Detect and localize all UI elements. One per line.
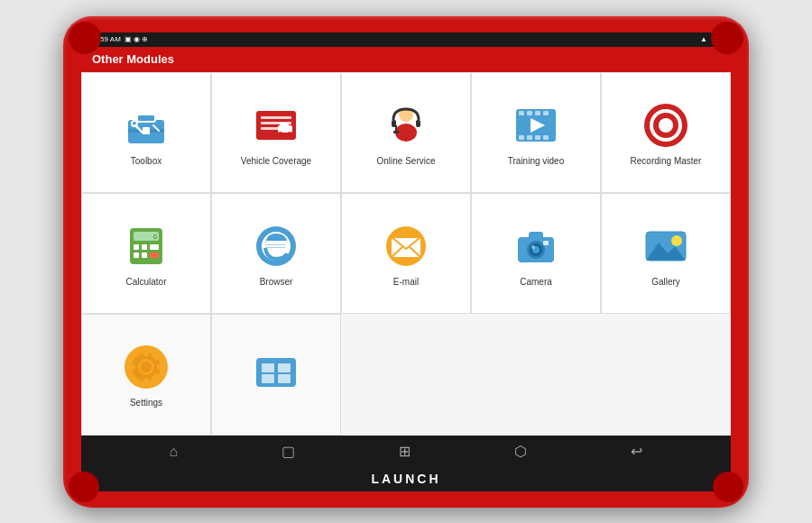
svg-rect-22 <box>519 111 524 115</box>
extra-app-icon <box>253 349 300 396</box>
svg-text:0: 0 <box>153 234 157 240</box>
svg-point-62 <box>671 235 682 246</box>
tablet-device: 10:59 AM ▣ ◉ ⊕ ▲ ▾ ▮ Other Modules <box>63 16 749 508</box>
svg-rect-77 <box>262 363 274 372</box>
svg-point-13 <box>279 132 282 135</box>
svg-point-75 <box>141 362 152 372</box>
online-service-icon <box>383 102 429 149</box>
nav-back-icon[interactable]: ↩ <box>631 443 642 460</box>
app-item-vehicle-coverage[interactable]: Vehicle Coverage <box>211 72 341 193</box>
svg-rect-42 <box>150 252 159 258</box>
status-time: 10:59 AM <box>90 35 121 43</box>
svg-rect-40 <box>134 252 139 258</box>
gallery-icon <box>642 223 689 270</box>
svg-rect-28 <box>535 135 540 140</box>
status-bar: 10:59 AM ▣ ◉ ⊕ ▲ ▾ ▮ <box>81 32 731 47</box>
browser-icon <box>253 223 300 270</box>
svg-rect-27 <box>527 135 532 140</box>
status-left: 10:59 AM ▣ ◉ ⊕ <box>90 35 148 43</box>
toolbox-label: Toolbox <box>131 156 161 167</box>
browser-label: Browser <box>260 277 293 288</box>
recording-master-label: Recording Master <box>631 156 702 167</box>
app-item-camera[interactable]: Camera <box>471 193 601 314</box>
screen-content: Other Modules <box>81 47 731 436</box>
app-item-online-service[interactable]: Online Service <box>341 72 471 193</box>
svg-rect-1 <box>137 115 155 122</box>
svg-point-58 <box>531 245 535 249</box>
training-video-label: Training video <box>508 156 564 167</box>
app-item-email[interactable]: E-mail <box>341 193 471 314</box>
signal-icon: ▲ <box>700 35 707 43</box>
app-item-training-video[interactable]: Training video <box>471 72 601 193</box>
email-icon <box>383 223 429 270</box>
status-icons: ▣ ◉ ⊕ <box>125 35 148 43</box>
corner-bumper-br <box>713 472 743 502</box>
nav-share-icon[interactable]: ⊞ <box>399 443 411 460</box>
app-item-settings[interactable]: Settings <box>81 314 211 435</box>
svg-rect-66 <box>143 347 149 356</box>
svg-rect-8 <box>261 116 291 119</box>
settings-label: Settings <box>130 398 162 408</box>
online-service-label: Online Service <box>376 156 435 167</box>
nav-image-icon[interactable]: ⬡ <box>514 443 527 460</box>
calculator-label: Calculator <box>125 277 166 288</box>
svg-rect-26 <box>519 135 524 140</box>
toolbox-icon <box>123 102 170 149</box>
svg-rect-80 <box>278 374 291 383</box>
svg-rect-10 <box>261 127 279 130</box>
svg-rect-67 <box>143 378 149 387</box>
battery-icon: ▮ <box>718 35 722 43</box>
app-item-extra[interactable] <box>211 314 341 435</box>
svg-rect-41 <box>142 252 147 258</box>
status-right: ▲ ▾ ▮ <box>700 35 722 43</box>
email-label: E-mail <box>393 277 419 288</box>
svg-rect-37 <box>134 244 139 250</box>
app-item-browser[interactable]: Browser <box>211 193 341 314</box>
training-video-icon <box>512 102 559 149</box>
svg-rect-68 <box>126 364 135 370</box>
settings-icon <box>123 344 170 390</box>
svg-rect-69 <box>157 364 166 370</box>
brand-label: LAUNCH <box>81 468 731 491</box>
header-title: Other Modules <box>92 52 174 66</box>
svg-rect-24 <box>535 111 540 115</box>
svg-rect-23 <box>527 111 532 115</box>
header-bar: Other Modules <box>81 47 731 72</box>
svg-point-14 <box>288 132 291 135</box>
nav-home-icon[interactable]: ⌂ <box>170 444 179 460</box>
svg-rect-12 <box>280 123 289 127</box>
vehicle-coverage-label: Vehicle Coverage <box>241 156 311 167</box>
svg-rect-3 <box>143 127 150 134</box>
camera-icon <box>512 223 559 270</box>
corner-bumper-bl <box>69 472 99 502</box>
recording-master-icon <box>642 102 689 149</box>
svg-point-34 <box>659 118 673 133</box>
nav-bar: ⌂ ▢ ⊞ ⬡ ↩ <box>81 436 731 468</box>
app-item-gallery[interactable]: Gallery <box>601 193 731 314</box>
svg-rect-29 <box>543 135 549 140</box>
app-item-calculator[interactable]: 0 Calculator <box>81 193 211 314</box>
gallery-label: Gallery <box>651 277 680 288</box>
calculator-icon: 0 <box>123 223 170 270</box>
svg-rect-78 <box>278 363 291 372</box>
svg-rect-59 <box>543 241 549 245</box>
screen-bezel: 10:59 AM ▣ ◉ ⊕ ▲ ▾ ▮ Other Modules <box>81 32 731 491</box>
svg-rect-79 <box>262 374 274 383</box>
wifi-icon: ▾ <box>711 35 715 43</box>
app-item-recording-master[interactable]: Recording Master <box>601 72 731 193</box>
camera-label: Camera <box>520 277 552 288</box>
app-item-toolbox[interactable]: Toolbox <box>81 72 211 193</box>
svg-rect-20 <box>393 131 399 133</box>
brand-text: LAUNCH <box>371 472 440 486</box>
svg-rect-39 <box>150 244 159 250</box>
svg-rect-25 <box>543 111 549 115</box>
vehicle-coverage-icon <box>253 102 300 149</box>
app-grid: Toolbox <box>81 72 731 436</box>
svg-rect-54 <box>529 232 543 239</box>
svg-rect-38 <box>142 244 147 250</box>
nav-recent-icon[interactable]: ▢ <box>281 443 295 460</box>
svg-rect-18 <box>416 120 420 127</box>
